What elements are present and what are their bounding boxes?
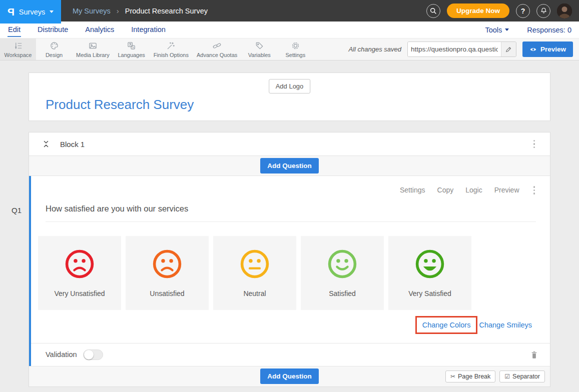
toolbar-item-advance-quotas[interactable]: Advance Quotas [193,38,241,60]
toolbar-item-settings[interactable]: Settings [277,38,313,60]
block-menu-button[interactable] [531,138,537,150]
topnav-actions: Upgrade Now ? [426,4,579,18]
survey-url-box [407,42,516,57]
toolbar-item-finish-options[interactable]: Finish Options [150,38,193,60]
top-navbar: P Surveys My Surveys › Product Research … [0,0,579,22]
toolbar-item-workspace[interactable]: Workspace [0,38,36,60]
workspace-icon [14,41,23,50]
add-question-button-top[interactable]: Add Question [260,158,319,174]
block-title: Block 1 [60,140,85,148]
validation-label: Validation [46,350,77,358]
toolbar-item-media-library[interactable]: Media Library [72,38,114,60]
validation-toggle[interactable] [83,350,103,360]
smiley-option-very-unsatisfied[interactable]: Very Unsatisfied [38,236,121,310]
question-actions: Settings Copy Logic Preview [31,184,550,196]
questionpro-logo-icon: P [8,6,15,18]
collapse-block-button[interactable] [42,140,50,148]
toolbar-item-design[interactable]: Design [36,38,72,60]
separator-button[interactable]: ☑ Separator [499,370,545,382]
breadcrumb-my-surveys[interactable]: My Surveys [73,7,111,15]
tag-icon [255,41,264,50]
add-question-strip-top: Add Question [29,156,550,176]
notifications-button[interactable] [536,4,550,18]
brand-menu[interactable]: P Surveys [0,0,61,24]
unsatisfied-smiley-icon [152,248,183,280]
smiley-option-label: Very Unsatisfied [54,290,105,298]
add-question-button-bottom[interactable]: Add Question [260,368,319,384]
collapse-icon [42,140,50,148]
block-header: Block 1 [29,132,550,156]
toolbar-right: All changes saved Preview [348,38,579,60]
tab-integration[interactable]: Integration [131,22,166,37]
smiley-option-very-satisfied[interactable]: Very Satisfied [388,236,471,310]
save-status: All changes saved [348,46,401,53]
smiley-option-unsatisfied[interactable]: Unsatisfied [126,236,209,310]
question-logic-link[interactable]: Logic [465,186,482,194]
toggle-knob [84,350,94,360]
toolbar-item-label: Settings [285,52,305,58]
eye-icon [529,46,537,52]
scissors-icon: ✂ [450,373,455,380]
validation-row: Validation [31,343,550,366]
block-card: Block 1 Add Question Q1 Settings Copy Lo… [29,132,550,387]
edit-url-button[interactable] [501,42,516,56]
delete-question-button[interactable] [530,350,538,359]
gear-icon [291,41,300,50]
tab-analytics[interactable]: Analytics [85,22,115,37]
search-button[interactable] [426,4,440,18]
question-mark-icon: ? [521,7,525,15]
breadcrumb-current-survey: Product Research Survey [125,7,208,15]
very-unsatisfied-smiley-icon [64,248,95,280]
toolbar-item-label: Finish Options [154,52,189,58]
toolbar-item-label: Workspace [5,52,32,58]
change-colors-link[interactable]: Change Colors [422,321,471,329]
survey-tabs: Edit Distribute Analytics Integration [8,22,166,37]
smiley-option-label: Satisfied [329,290,356,298]
toolbar-item-languages[interactable]: A Languages [114,38,150,60]
survey-editor-canvas: Add Logo Product Research Survey Block 1… [0,60,579,387]
toolbar-item-label: Media Library [76,52,110,58]
question-text[interactable]: How satisfied are you with our services [46,204,536,222]
survey-url-input[interactable] [408,42,501,56]
palette-icon [50,41,59,50]
toolbar-item-label: Variables [248,52,271,58]
smiley-config-links: Change Colors Change Smileys [31,316,550,334]
tab-edit[interactable]: Edit [8,22,21,37]
subnav-right: Tools Responses: 0 [485,26,571,34]
checkbox-icon: ☑ [504,373,510,380]
person-photo [557,4,572,18]
survey-title[interactable]: Product Research Survey [46,97,194,112]
block-footer-buttons: ✂ Page Break ☑ Separator [445,370,545,382]
bell-icon [540,7,547,14]
breadcrumb: My Surveys › Product Research Survey [73,6,208,15]
smiley-option-label: Very Satisfied [408,290,451,298]
smiley-option-satisfied[interactable]: Satisfied [301,236,384,310]
tools-dropdown[interactable]: Tools [485,26,509,34]
chevron-down-icon [50,10,54,13]
translate-icon: A [127,41,136,50]
separator-label: Separator [512,373,540,380]
upgrade-now-button[interactable]: Upgrade Now [447,4,509,18]
preview-button[interactable]: Preview [522,42,573,57]
help-button[interactable]: ? [516,4,530,18]
add-logo-button[interactable]: Add Logo [269,79,311,94]
tools-label: Tools [485,26,502,34]
chain-link-icon [212,41,222,50]
change-smileys-link[interactable]: Change Smileys [479,321,532,329]
toolbar-item-variables[interactable]: Variables [241,38,277,60]
user-avatar[interactable] [557,4,572,18]
question-preview-link[interactable]: Preview [494,186,519,194]
very-satisfied-smiley-icon [414,248,445,280]
tab-distribute[interactable]: Distribute [37,22,69,37]
trash-icon [530,350,538,359]
question-card: Q1 Settings Copy Logic Preview How satis… [29,176,550,366]
breadcrumb-separator: › [117,6,119,15]
question-settings-link[interactable]: Settings [400,186,425,194]
page-break-button[interactable]: ✂ Page Break [445,370,495,382]
pencil-icon [505,46,512,53]
question-copy-link[interactable]: Copy [437,186,454,194]
smiley-option-neutral[interactable]: Neutral [213,236,296,310]
chevron-down-icon [505,28,509,31]
neutral-smiley-icon [239,248,270,280]
question-menu-button[interactable] [531,184,537,196]
